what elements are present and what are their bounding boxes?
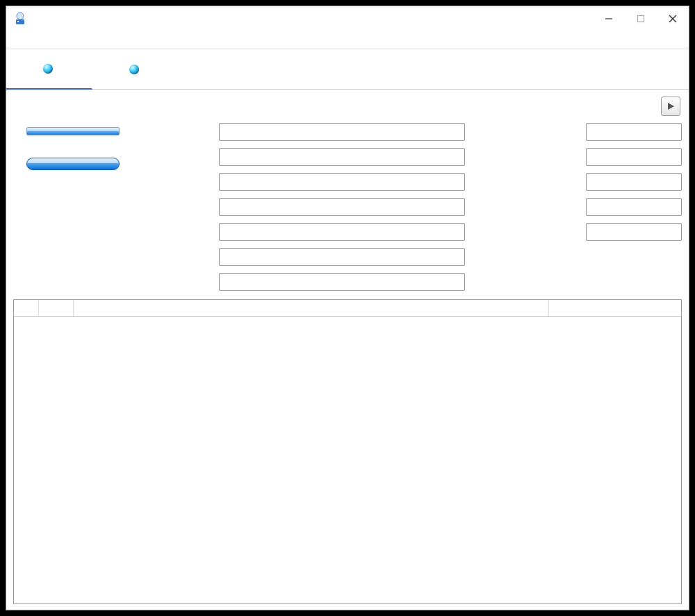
total-writes-value — [586, 148, 682, 166]
window-controls — [593, 8, 689, 30]
status-orb-icon — [129, 65, 139, 74]
col-id[interactable] — [39, 300, 74, 316]
table-header — [14, 300, 681, 317]
menu-theme[interactable] — [44, 39, 55, 42]
svg-rect-2 — [17, 21, 19, 22]
poweron-hours-value — [586, 223, 682, 241]
table-body[interactable] — [14, 317, 681, 603]
maximize-button[interactable] — [625, 8, 657, 30]
main-panel — [6, 90, 689, 610]
col-raw[interactable] — [549, 300, 681, 316]
drive-letter-value — [219, 223, 465, 241]
health-badge[interactable] — [26, 127, 120, 135]
smart-table — [13, 299, 682, 604]
info-grid — [13, 122, 682, 292]
interface-value — [219, 173, 465, 191]
temp-badge[interactable] — [26, 158, 120, 170]
menu-language[interactable] — [77, 39, 88, 42]
disk-tab-d[interactable] — [92, 49, 179, 89]
disk-tab-c[interactable] — [6, 49, 92, 90]
menu-edit[interactable] — [22, 39, 33, 42]
rpm-value — [586, 173, 682, 191]
disk-tabs — [6, 49, 689, 90]
svg-point-0 — [17, 13, 24, 19]
svg-rect-1 — [16, 19, 24, 24]
features-value — [219, 273, 465, 291]
menu-help[interactable] — [66, 39, 77, 42]
menu-disk[interactable] — [55, 39, 66, 42]
app-window — [6, 6, 689, 610]
svg-rect-4 — [638, 16, 644, 22]
col-name[interactable] — [74, 300, 549, 316]
menu-function[interactable] — [33, 39, 44, 42]
status-orb-icon — [43, 64, 53, 74]
firmware-value — [219, 123, 465, 141]
transfer-mode-value — [219, 198, 465, 216]
svg-marker-7 — [668, 103, 674, 110]
total-reads-value — [586, 123, 682, 141]
menu-file[interactable] — [10, 39, 22, 42]
next-disk-button[interactable] — [661, 97, 680, 116]
serial-value — [219, 148, 465, 166]
poweron-count-value — [586, 198, 682, 216]
titlebar — [6, 6, 689, 31]
close-button[interactable] — [657, 8, 689, 30]
app-icon — [13, 12, 27, 26]
standard-value — [219, 248, 465, 266]
minimize-button[interactable] — [593, 8, 625, 30]
menubar — [6, 31, 689, 49]
